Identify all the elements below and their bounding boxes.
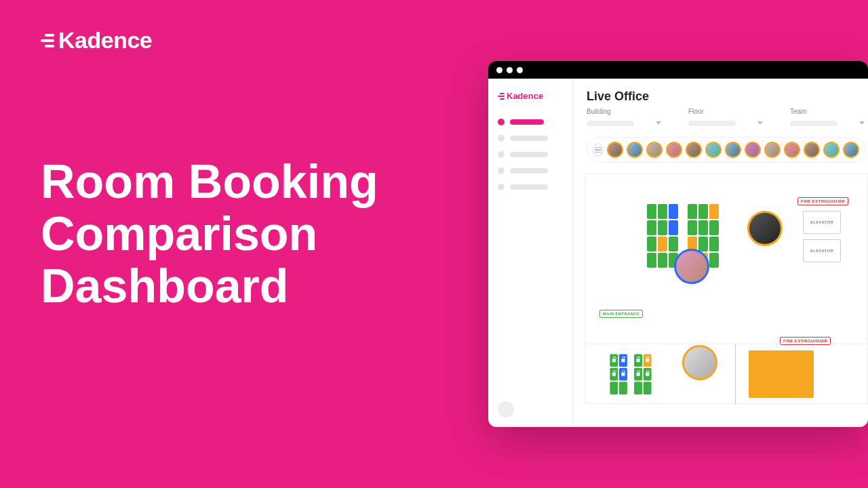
filter-floor[interactable]: Floor (688, 108, 763, 129)
fire-extinguisher-label: FIRE EXTINGUISHER (797, 197, 848, 205)
avatar[interactable] (764, 142, 781, 158)
elevator-label: ELEVATOR (803, 211, 841, 234)
avatar[interactable] (686, 142, 702, 158)
nav-item-active[interactable] (498, 119, 563, 125)
filter-bar: Building Floor Team (587, 108, 868, 129)
avatar[interactable] (607, 142, 623, 158)
lock-icon (612, 373, 616, 376)
avatar[interactable] (725, 142, 741, 158)
avatar[interactable] (646, 142, 663, 158)
lock-icon (637, 373, 640, 376)
filter-building[interactable]: Building (587, 108, 661, 129)
lock-icon (621, 359, 625, 362)
lock-icon (646, 359, 649, 362)
avatar[interactable] (666, 142, 682, 158)
window-titlebar (488, 61, 868, 79)
floor-avatar[interactable] (674, 249, 709, 284)
chevron-down-icon (859, 121, 865, 125)
sidebar-footer-avatar[interactable] (498, 401, 514, 418)
app-window: Kadence Live Office Buildin (488, 61, 868, 427)
sidebar-logo: Kadence (498, 91, 563, 101)
avatar[interactable] (705, 142, 722, 158)
sidebar: Kadence (488, 79, 573, 427)
meeting-room[interactable] (749, 350, 814, 398)
filter-label: Team (790, 108, 865, 115)
lock-icon (646, 373, 649, 376)
chevron-down-icon (757, 121, 763, 125)
brand-logo-icon (41, 34, 54, 47)
hero-headline: Room Booking Comparison Dashboard (41, 156, 448, 312)
avatar[interactable] (627, 142, 643, 158)
floor-avatar[interactable] (747, 211, 783, 246)
lock-icon (637, 359, 640, 362)
elevator-label: ELEVATOR (803, 239, 841, 262)
filter-label: Floor (688, 108, 763, 115)
lock-icon (612, 359, 616, 362)
nav-item[interactable] (498, 167, 563, 174)
main-entrance-label: MAIN ENTRANCE (599, 310, 643, 318)
nav-item[interactable] (498, 151, 563, 158)
avatar[interactable] (804, 142, 820, 158)
avatar[interactable] (745, 142, 761, 158)
page-title: Live Office (587, 89, 868, 104)
people-strip (587, 137, 865, 163)
avatar[interactable] (843, 142, 859, 158)
avatar[interactable] (823, 142, 840, 158)
avatar[interactable] (784, 142, 800, 158)
wall (735, 344, 736, 405)
wall (586, 344, 867, 344)
chevron-down-icon (656, 121, 661, 125)
window-control-dot (517, 67, 523, 73)
list-icon[interactable] (593, 143, 604, 157)
brand-logo: Kadence (41, 27, 152, 54)
filter-team[interactable]: Team (790, 108, 865, 129)
nav-item[interactable] (498, 184, 563, 190)
lock-icon (621, 373, 625, 376)
window-control-dot (496, 67, 502, 73)
window-control-dot (507, 67, 513, 73)
filter-label: Building (587, 108, 661, 115)
sidebar-brand: Kadence (507, 91, 543, 101)
main-content: Live Office Building Floor Team (573, 79, 868, 427)
brand-name: Kadence (58, 27, 152, 54)
nav-item[interactable] (498, 135, 563, 142)
desk-cluster (610, 354, 651, 395)
floor-plan[interactable]: FIRE EXTINGUISHER ELEVATOR ELEVATOR MAIN… (585, 174, 868, 404)
floor-avatar[interactable] (682, 345, 717, 380)
